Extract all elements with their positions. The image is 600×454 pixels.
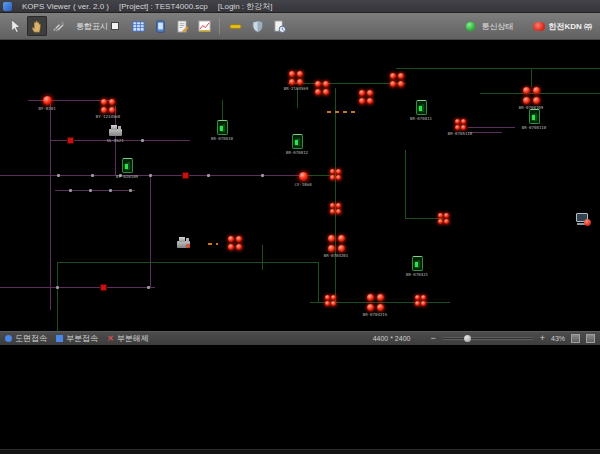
zoom-slider-thumb[interactable]	[464, 335, 471, 342]
alarm-cluster[interactable]	[390, 73, 404, 87]
alarm-lamp-icon	[328, 245, 335, 252]
alarm-cluster[interactable]	[438, 213, 449, 224]
legend-item: 부분접속	[56, 333, 98, 344]
alarm-cluster[interactable]	[101, 99, 115, 113]
legend-circle-icon	[5, 335, 12, 342]
element-label: BR-0708110	[522, 125, 547, 130]
pan-hand-icon[interactable]	[27, 16, 47, 36]
alarm-dot[interactable]	[43, 96, 52, 105]
alarm-lamp-icon	[236, 236, 242, 242]
brand-label: 한전KDN ㈜	[548, 21, 592, 32]
device-icon[interactable]	[150, 16, 170, 36]
alarm-lamp-icon	[444, 213, 449, 218]
app-icon	[3, 2, 12, 11]
alarm-lamp-icon	[336, 169, 341, 174]
alarm-marker[interactable]	[182, 172, 189, 179]
alarm-lamp-icon	[455, 119, 460, 124]
full-view-button[interactable]	[586, 334, 595, 343]
alarm-lamp-icon	[438, 213, 443, 218]
element-label: BR-0704215	[363, 312, 388, 317]
shield-icon[interactable]	[247, 16, 267, 36]
tools-icon[interactable]	[49, 16, 69, 36]
power-line	[0, 287, 155, 288]
alarm-lamp-icon	[328, 235, 335, 242]
overlay-display-checkbox[interactable]	[111, 22, 119, 30]
alarm-cluster[interactable]	[359, 90, 373, 104]
power-line	[288, 83, 405, 84]
alarm-cluster[interactable]	[289, 71, 303, 85]
alarm-lamp-icon	[315, 81, 321, 87]
alarm-cluster[interactable]	[328, 235, 345, 252]
legend: 도면접속부분접속✕부분해제	[5, 333, 158, 344]
alarm-marker[interactable]	[100, 284, 107, 291]
toolbar-separator	[219, 18, 220, 34]
legend-x-icon: ✕	[107, 335, 114, 342]
switch-device[interactable]	[529, 109, 540, 124]
alarm-cluster[interactable]	[455, 119, 466, 130]
element-label: BR-0704201	[324, 253, 349, 258]
alarm-cluster[interactable]	[367, 294, 384, 311]
alarm-lamp-icon	[315, 89, 321, 95]
element-label: BY-020109	[116, 174, 138, 179]
alarm-lamp-icon	[330, 175, 335, 180]
workstation-icon[interactable]	[575, 213, 591, 227]
switch-device[interactable]	[412, 256, 423, 271]
alarm-cluster[interactable]	[415, 295, 426, 306]
alarm-cluster[interactable]	[228, 236, 242, 250]
toolbar-right: 통신상태 한전KDN ㈜	[466, 21, 596, 32]
zoom-level: 43%	[551, 335, 565, 342]
switch-device[interactable]	[217, 120, 228, 135]
switch-device[interactable]	[122, 158, 133, 173]
alarm-dot[interactable]	[299, 172, 308, 181]
alarm-lamp-icon	[323, 89, 329, 95]
power-line	[327, 111, 357, 113]
equipment-icon[interactable]	[175, 236, 192, 249]
alarm-lamp-icon	[367, 294, 374, 301]
doc-edit-icon[interactable]	[172, 16, 192, 36]
alarm-cluster[interactable]	[523, 87, 540, 104]
legend-square-icon	[56, 335, 63, 342]
alarm-lamp-icon	[398, 81, 404, 87]
alarm-lamp-icon	[101, 99, 107, 105]
history-icon[interactable]	[269, 16, 289, 36]
alarm-lamp-icon	[421, 295, 426, 300]
power-line	[208, 243, 218, 245]
switch-device[interactable]	[292, 134, 303, 149]
highlight-icon[interactable]	[225, 16, 245, 36]
switch-device[interactable]	[416, 100, 427, 115]
table-icon[interactable]	[128, 16, 148, 36]
alarm-lamp-icon	[461, 125, 466, 130]
power-line	[396, 68, 600, 69]
legend-label: 부분접속	[66, 333, 98, 344]
zoom-slider[interactable]	[442, 337, 534, 340]
alarm-cluster[interactable]	[325, 295, 336, 306]
power-line	[318, 262, 319, 302]
element-label: BR-070812	[286, 150, 308, 155]
element-label: CV-1068	[294, 182, 311, 187]
element-label: BR-070811	[410, 116, 432, 121]
comm-status-label: 통신상태	[481, 21, 513, 32]
equipment-icon[interactable]	[107, 124, 124, 137]
title-bar: KOPS Viewer ( ver. 2.0 ) [Project] : TES…	[0, 0, 600, 13]
cursor-icon[interactable]	[5, 16, 25, 36]
line-node	[261, 174, 264, 177]
window-title-project: [Project] : TEST4000.scp	[119, 2, 208, 11]
alarm-lamp-icon	[533, 87, 540, 94]
line-node	[109, 189, 112, 192]
chart-icon[interactable]	[194, 16, 214, 36]
power-line	[297, 88, 298, 108]
alarm-cluster[interactable]	[330, 169, 341, 180]
alarm-marker[interactable]	[67, 137, 74, 144]
zoom-out-button[interactable]: −	[430, 334, 435, 343]
alarm-cluster[interactable]	[315, 81, 329, 95]
power-line	[57, 262, 318, 263]
device-slot	[128, 162, 130, 170]
alarm-lamp-icon	[523, 87, 530, 94]
alarm-lamp-icon	[330, 203, 335, 208]
fit-view-button[interactable]	[571, 334, 580, 343]
zoom-in-button[interactable]: +	[540, 334, 545, 343]
element-label: BY-0201	[38, 106, 55, 111]
alarm-cluster[interactable]	[330, 203, 341, 214]
network-diagram-canvas[interactable]: BY-1234568BR-2104559BR-0708109BR-0705110…	[0, 40, 600, 331]
power-line	[150, 175, 151, 287]
